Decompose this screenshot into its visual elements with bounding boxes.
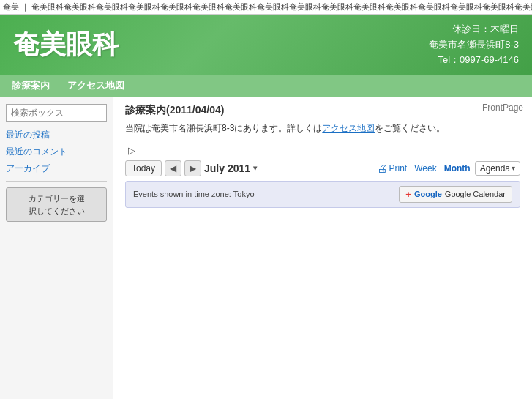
date-heading: 診療案内(2011/04/04): [125, 104, 520, 117]
agenda-dropdown-arrow: ▾: [512, 164, 515, 172]
sidebar-link-archive[interactable]: アーカイブ: [6, 163, 107, 175]
play-icon: ▷: [128, 145, 135, 156]
nav-item-shinryo[interactable]: 診療案内: [9, 78, 53, 94]
frontpage-label: FrontPage: [482, 102, 523, 113]
print-label: Print: [389, 163, 407, 174]
clinic-closed-day: 休診日：木曜日: [429, 22, 519, 37]
play-icon-row: ▷: [125, 145, 520, 156]
today-button[interactable]: Today: [125, 160, 162, 176]
top-bar: 奄美 ｜ 奄美眼科奄美眼科奄美眼科奄美眼科奄美眼科奄美眼科奄美眼科奄美眼科奄美眼…: [0, 0, 532, 15]
clinic-tel: Tel：0997-69-4146: [429, 53, 519, 68]
week-button[interactable]: Week: [411, 162, 439, 175]
month-button[interactable]: Month: [441, 162, 473, 175]
content-area: FrontPage 診療案内(2011/04/04) 当院は奄美市名瀬長浜町8-…: [113, 97, 532, 399]
month-year: July 2011 ▾: [204, 163, 257, 174]
print-button[interactable]: 🖨 Print: [374, 161, 410, 176]
agenda-button[interactable]: Agenda ▾: [475, 161, 520, 176]
content-suffix: をご覧ください。: [375, 123, 445, 133]
calendar-info-bar: Events shown in time zone: Tokyo + Googl…: [125, 181, 520, 208]
content-link[interactable]: アクセス地図: [322, 123, 375, 133]
sidebar-link-recent-posts[interactable]: 最近の投稿: [6, 129, 107, 141]
agenda-label: Agenda: [480, 163, 510, 174]
calendar-toolbar: Today ◀ ▶ July 2011 ▾ 🖨 Print Week Month…: [125, 160, 520, 176]
sidebar: 最近の投稿 最近のコメント アーカイブ カテゴリーを選 択してください: [0, 97, 113, 399]
month-year-dropdown[interactable]: ▾: [253, 164, 257, 172]
cal-right: 🖨 Print Week Month Agenda ▾: [374, 161, 520, 176]
clinic-info: 休診日：木曜日 奄美市名瀬長浜町8-3 Tel：0997-69-4146: [429, 22, 519, 67]
next-button[interactable]: ▶: [184, 160, 201, 176]
sidebar-category-button[interactable]: カテゴリーを選 択してください: [6, 187, 107, 222]
content-prefix: 当院は奄美市名瀬長浜町8-3にあります。詳しくは: [125, 123, 322, 133]
clinic-name: 奄美眼科: [13, 27, 119, 63]
google-cal-label: Google: [414, 190, 442, 198]
google-cal-label-2: Google Calendar: [445, 190, 506, 198]
sidebar-link-recent-comments[interactable]: 最近のコメント: [6, 146, 107, 158]
header: 奄美眼科 休診日：木曜日 奄美市名瀬長浜町8-3 Tel：0997-69-414…: [0, 15, 532, 75]
search-input[interactable]: [6, 104, 107, 122]
top-bar-text: 奄美 ｜ 奄美眼科奄美眼科奄美眼科奄美眼科奄美眼科奄美眼科奄美眼科奄美眼科奄美眼…: [3, 2, 532, 11]
google-calendar-button[interactable]: + Google Google Calendar: [399, 186, 512, 203]
nav-item-access[interactable]: アクセス地図: [64, 78, 127, 94]
google-plus-icon: +: [405, 189, 411, 200]
sidebar-divider: [6, 181, 107, 182]
prev-button[interactable]: ◀: [165, 160, 181, 176]
month-year-text: July 2011: [204, 163, 250, 174]
content-text: 当院は奄美市名瀬長浜町8-3にあります。詳しくはアクセス地図をご覧ください。: [125, 122, 520, 135]
clinic-address: 奄美市名瀬長浜町8-3: [429, 37, 519, 53]
print-icon: 🖨: [377, 163, 387, 174]
timezone-text: Events shown in time zone: Tokyo: [133, 190, 255, 198]
nav-bar: 診療案内 アクセス地図: [0, 75, 532, 97]
main-layout: 最近の投稿 最近のコメント アーカイブ カテゴリーを選 択してください Fron…: [0, 97, 532, 399]
